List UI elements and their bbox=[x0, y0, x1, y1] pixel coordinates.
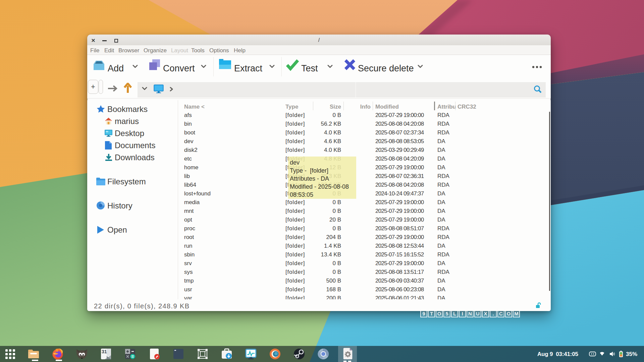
svg-text:31: 31 bbox=[102, 349, 107, 354]
